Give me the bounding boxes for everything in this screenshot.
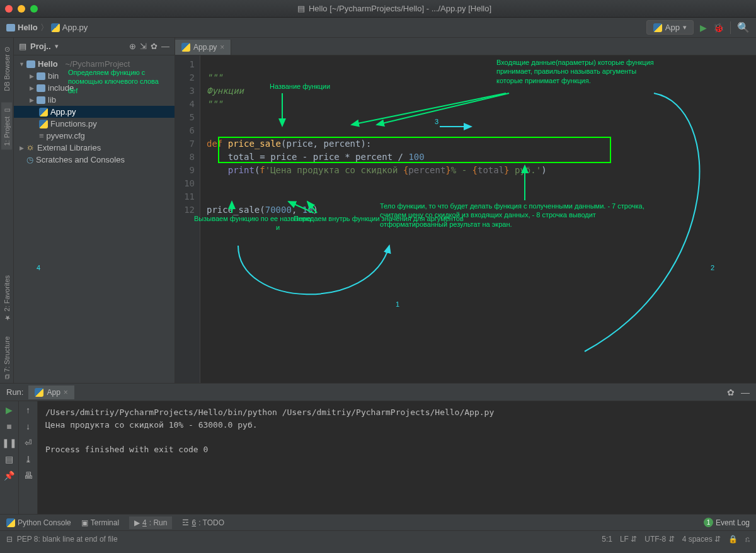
gutter: 123456789101112 bbox=[175, 55, 200, 383]
layout-icon[interactable]: ▤ bbox=[5, 454, 13, 464]
tree-root[interactable]: ▼ Hello ~/PycharmProject bbox=[14, 58, 175, 70]
python-icon bbox=[653, 23, 662, 32]
editor-tabs: App.py × bbox=[175, 38, 756, 55]
stop-button[interactable]: ■ bbox=[6, 421, 11, 431]
down-icon[interactable]: ↓ bbox=[26, 421, 30, 431]
wrap-icon[interactable]: ⏎ bbox=[25, 438, 32, 448]
db-browser-tab[interactable]: DB Browser ⊙ bbox=[1, 43, 12, 95]
collapse-all-icon[interactable]: ⇲ bbox=[140, 42, 147, 51]
run-panel: Run: App × ✿ — ▶ ■ ❚❚ ▤ 📌 ↑ ↓ ⏎ ⤓ 🖶 /Use… bbox=[0, 383, 756, 514]
tree-file-functions[interactable]: Functions.py bbox=[14, 118, 175, 130]
structure-tab[interactable]: ⧉ 7: Structure bbox=[2, 333, 12, 383]
sidebar-title: Proj.. bbox=[30, 42, 51, 51]
line-separator[interactable]: LF ⇵ bbox=[620, 535, 637, 544]
folder-icon bbox=[26, 60, 35, 68]
debug-button[interactable]: 🐞 bbox=[713, 23, 724, 33]
status-icon: ⊟ bbox=[6, 535, 13, 544]
scroll-icon[interactable]: ⤓ bbox=[25, 454, 32, 464]
event-log[interactable]: 1 Event Log bbox=[704, 518, 750, 527]
lock-icon[interactable]: 🔒 bbox=[728, 535, 738, 544]
python-icon bbox=[35, 388, 43, 397]
python-file-icon bbox=[181, 43, 190, 52]
chevron-down-icon: ▾ bbox=[683, 23, 687, 31]
titlebar: ▤Hello [~/PycharmProjects/Hello] - .../A… bbox=[0, 0, 756, 18]
hide-icon[interactable]: — bbox=[741, 387, 750, 397]
editor: App.py × 123456789101112 """ Функции """… bbox=[175, 38, 756, 383]
run-tab[interactable]: ▶ 4: Run bbox=[129, 516, 172, 529]
project-tool-tab[interactable]: 1: Project ▭ bbox=[1, 103, 12, 150]
search-icon[interactable]: 🔍 bbox=[737, 21, 750, 33]
tree-external-libs[interactable]: ▶⛭External Libraries bbox=[14, 142, 175, 154]
favorites-tab[interactable]: ★ 2: Favorites bbox=[1, 271, 12, 326]
indent-settings[interactable]: 4 spaces ⇵ bbox=[682, 535, 721, 544]
window-title: ▤Hello [~/PycharmProjects/Hello] - .../A… bbox=[38, 4, 751, 13]
tree-scratches[interactable]: ◷Scratches and Consoles bbox=[14, 154, 175, 166]
left-tool-strip: DB Browser ⊙ 1: Project ▭ ★ 2: Favorites… bbox=[0, 38, 14, 383]
rerun-button[interactable]: ▶ bbox=[6, 405, 13, 415]
status-bar: ⊟ PEP 8: blank line at end of file 5:1 L… bbox=[0, 530, 756, 547]
status-branch-icon[interactable]: ⎌ bbox=[745, 535, 750, 544]
minimize-window-button[interactable] bbox=[18, 5, 25, 13]
python-file-icon bbox=[39, 120, 48, 128]
up-icon[interactable]: ↑ bbox=[26, 405, 30, 415]
code-content[interactable]: """ Функции """ def price_sale(price, pe… bbox=[200, 55, 756, 383]
caret-position[interactable]: 5:1 bbox=[602, 535, 612, 544]
run-config-selector[interactable]: App ▾ bbox=[646, 20, 694, 35]
todo-tab[interactable]: ☲ 6: TODO bbox=[182, 518, 224, 527]
hide-icon[interactable]: — bbox=[161, 42, 169, 51]
pin-icon[interactable]: 📌 bbox=[4, 470, 14, 481]
tree-folder-bin[interactable]: ▶bin bbox=[14, 70, 175, 82]
print-icon[interactable]: 🖶 bbox=[24, 470, 33, 481]
maximize-window-button[interactable] bbox=[30, 5, 38, 13]
tree-file-pyvenv[interactable]: ≡pyvenv.cfg bbox=[14, 130, 175, 142]
tree-folder-lib[interactable]: ▶lib bbox=[14, 94, 175, 106]
run-button[interactable]: ▶ bbox=[700, 23, 707, 33]
run-tab-app[interactable]: App × bbox=[28, 385, 74, 399]
folder-icon bbox=[6, 24, 15, 31]
gear-icon[interactable]: ✿ bbox=[151, 42, 158, 51]
close-window-button[interactable] bbox=[5, 5, 13, 13]
tree-folder-include[interactable]: ▶include bbox=[14, 82, 175, 94]
scroll-from-source-icon[interactable]: ⊕ bbox=[129, 42, 136, 51]
project-sidebar: ▤ Proj.. ▾ ⊕ ⇲ ✿ — ▼ Hello ~/PycharmProj… bbox=[14, 38, 175, 383]
run-output[interactable]: /Users/dmitriy/PycharmProjects/Hello/bin… bbox=[38, 401, 756, 514]
run-label: Run: bbox=[6, 387, 23, 397]
chevron-right-icon: 〉 bbox=[40, 22, 49, 33]
close-tab-icon[interactable]: × bbox=[64, 388, 68, 397]
close-tab-icon[interactable]: × bbox=[220, 43, 224, 52]
breadcrumb-project[interactable]: Hello bbox=[6, 23, 38, 32]
bottom-toolbar: Python Console ▣ Terminal ▶ 4: Run ☲ 6: … bbox=[0, 514, 756, 530]
breadcrumb-file[interactable]: App.py bbox=[51, 23, 88, 32]
python-file-icon bbox=[39, 108, 48, 117]
python-file-icon bbox=[51, 23, 60, 32]
navigation-bar: Hello 〉 App.py App ▾ ▶ 🐞 🔍 bbox=[0, 18, 756, 38]
python-console-tab[interactable]: Python Console bbox=[6, 518, 71, 527]
editor-tab-app[interactable]: App.py × bbox=[175, 40, 231, 55]
terminal-tab[interactable]: ▣ Terminal bbox=[81, 518, 119, 527]
code-editor[interactable]: 123456789101112 """ Функции """ def pric… bbox=[175, 55, 756, 383]
separator bbox=[730, 21, 731, 34]
pause-icon[interactable]: ❚❚ bbox=[2, 438, 17, 448]
status-message: PEP 8: blank line at end of file bbox=[17, 535, 118, 544]
file-encoding[interactable]: UTF-8 ⇵ bbox=[644, 535, 674, 544]
gear-icon[interactable]: ✿ bbox=[727, 387, 735, 397]
tree-file-app[interactable]: App.py bbox=[14, 106, 175, 118]
